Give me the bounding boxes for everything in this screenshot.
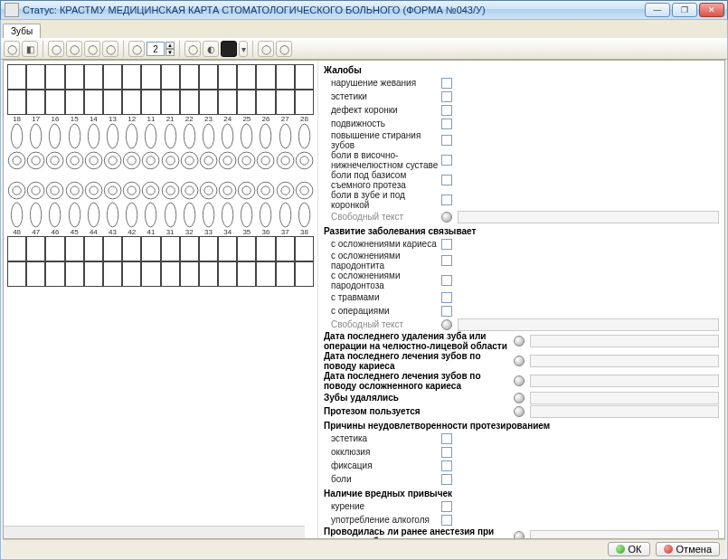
- tool-btn-4[interactable]: ◯: [66, 41, 82, 57]
- checkbox[interactable]: [441, 255, 452, 266]
- chart-cell[interactable]: [295, 90, 314, 115]
- checkbox[interactable]: [441, 275, 452, 286]
- tool-dropdown-icon[interactable]: ▾: [239, 41, 248, 57]
- chart-cell[interactable]: [141, 261, 160, 287]
- chart-cell[interactable]: [180, 64, 199, 90]
- chart-cell[interactable]: [256, 236, 275, 261]
- cancel-button[interactable]: Отмена: [656, 542, 720, 556]
- checkbox[interactable]: [441, 433, 452, 444]
- tooth-glyph[interactable]: [65, 123, 84, 176]
- tooth-glyph[interactable]: [122, 176, 141, 228]
- chart-cell[interactable]: [45, 236, 64, 261]
- checkbox[interactable]: [441, 155, 452, 166]
- tooth-glyph[interactable]: [26, 176, 45, 228]
- chart-cell[interactable]: [103, 236, 122, 261]
- chart-cell[interactable]: [180, 236, 199, 261]
- chart-cell[interactable]: [218, 236, 237, 261]
- tooth-glyph[interactable]: [180, 176, 199, 228]
- color-swatch[interactable]: [221, 41, 237, 57]
- tool-btn-7[interactable]: ◯: [128, 41, 145, 57]
- minimize-button[interactable]: —: [645, 3, 670, 17]
- checkbox[interactable]: [441, 195, 452, 205]
- tooth-glyph[interactable]: [103, 176, 122, 228]
- text-field[interactable]: [530, 530, 719, 538]
- expand-icon[interactable]: [441, 212, 452, 223]
- tool-btn-3[interactable]: ◯: [48, 41, 64, 57]
- chart-cell[interactable]: [65, 64, 84, 90]
- chart-cell[interactable]: [237, 90, 256, 115]
- tooth-glyph[interactable]: [295, 123, 314, 176]
- tooth-glyph[interactable]: [256, 123, 275, 176]
- chart-cell[interactable]: [26, 236, 45, 261]
- checkbox[interactable]: [441, 447, 452, 458]
- chart-cell[interactable]: [237, 236, 256, 261]
- upper-teeth-row[interactable]: [7, 123, 314, 176]
- circle-tool-icon[interactable]: ◯: [4, 41, 20, 57]
- tooth-glyph[interactable]: [45, 123, 64, 176]
- chart-cell[interactable]: [199, 64, 218, 90]
- chart-cell[interactable]: [199, 236, 218, 261]
- chart-cell[interactable]: [199, 261, 218, 287]
- chart-cell[interactable]: [84, 90, 103, 115]
- chart-cell[interactable]: [65, 261, 84, 287]
- chart-cell[interactable]: [122, 236, 141, 261]
- date-field[interactable]: [530, 375, 719, 387]
- checkbox[interactable]: [441, 515, 452, 526]
- tooth-glyph[interactable]: [199, 123, 218, 176]
- chart-cell[interactable]: [256, 90, 275, 115]
- checkbox[interactable]: [441, 78, 452, 89]
- tooth-glyph[interactable]: [161, 176, 180, 228]
- checkbox[interactable]: [441, 306, 452, 317]
- tool-btn-6[interactable]: ◯: [102, 41, 118, 57]
- tool-btn-5[interactable]: ◯: [84, 41, 100, 57]
- expand-icon[interactable]: [514, 531, 525, 538]
- expand-icon[interactable]: [514, 375, 525, 386]
- tooth-glyph[interactable]: [218, 176, 237, 228]
- chart-cell[interactable]: [161, 236, 180, 261]
- checkbox[interactable]: [441, 474, 452, 485]
- chart-cell[interactable]: [199, 90, 218, 115]
- chart-cell[interactable]: [161, 90, 180, 115]
- chart-cell[interactable]: [141, 64, 160, 90]
- chart-cell[interactable]: [295, 261, 314, 287]
- chart-cell[interactable]: [218, 90, 237, 115]
- chart-cell[interactable]: [122, 90, 141, 115]
- chart-cell[interactable]: [180, 90, 199, 115]
- checkbox[interactable]: [441, 460, 452, 471]
- chart-cell[interactable]: [122, 261, 141, 287]
- chart-cell[interactable]: [237, 64, 256, 90]
- chart-cell[interactable]: [26, 261, 45, 287]
- text-field[interactable]: [530, 405, 719, 418]
- tool-btn-11[interactable]: ◯: [276, 41, 292, 57]
- tool-btn-8[interactable]: ◯: [184, 41, 201, 57]
- lower-teeth-row[interactable]: [7, 176, 314, 228]
- chart-cell[interactable]: [7, 261, 26, 287]
- chart-cell[interactable]: [103, 90, 122, 115]
- expand-icon[interactable]: [441, 319, 452, 330]
- spin-up-icon[interactable]: ▲: [165, 42, 175, 49]
- tooth-glyph[interactable]: [276, 123, 295, 176]
- chart-cell[interactable]: [7, 236, 26, 261]
- chart-cell[interactable]: [237, 261, 256, 287]
- chart-cell[interactable]: [141, 236, 160, 261]
- tooth-glyph[interactable]: [237, 176, 256, 228]
- chart-cell[interactable]: [218, 261, 237, 287]
- chart-cell[interactable]: [84, 236, 103, 261]
- tooth-glyph[interactable]: [84, 123, 103, 176]
- chart-cell[interactable]: [103, 261, 122, 287]
- form-pane[interactable]: Жалобы нарушение жеванияэстетикидефект к…: [318, 61, 724, 538]
- tooth-glyph[interactable]: [7, 176, 26, 228]
- ok-button[interactable]: ОК: [608, 542, 650, 556]
- chart-cell[interactable]: [84, 64, 103, 90]
- chart-cell[interactable]: [7, 64, 26, 90]
- checkbox[interactable]: [441, 239, 452, 250]
- chart-cell[interactable]: [84, 261, 103, 287]
- chart-cell[interactable]: [26, 90, 45, 115]
- tooth-glyph[interactable]: [103, 123, 122, 176]
- chart-cell[interactable]: [45, 90, 64, 115]
- maximize-button[interactable]: ❐: [672, 3, 697, 17]
- chart-cell[interactable]: [65, 236, 84, 261]
- chart-cell[interactable]: [256, 64, 275, 90]
- checkbox[interactable]: [441, 501, 452, 512]
- chart-cell[interactable]: [180, 261, 199, 287]
